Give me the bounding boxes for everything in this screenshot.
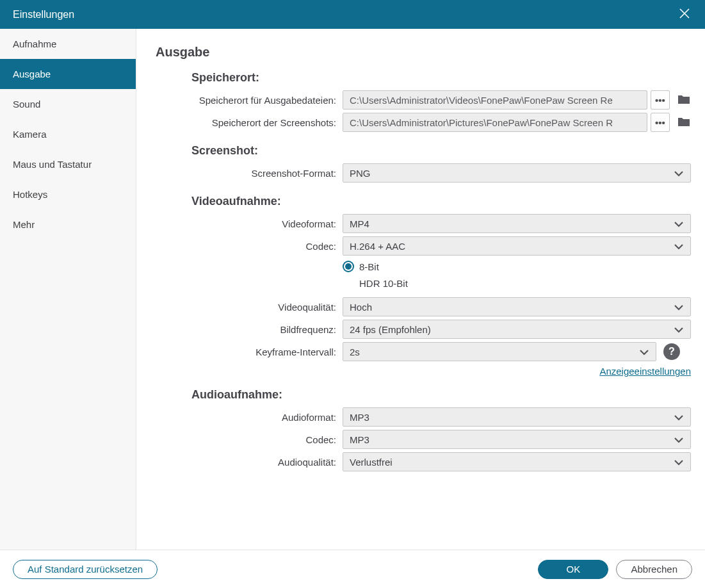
help-icon: ?	[669, 346, 675, 357]
sidebar-item-sound[interactable]: Sound	[0, 89, 136, 119]
keyframe-value: 2s	[350, 347, 639, 357]
output-path-label: Speicherort für Ausgabedateien:	[156, 95, 336, 106]
ok-label: OK	[567, 564, 581, 575]
footer: Auf Standard zurücksetzen OK Abbrechen	[0, 550, 705, 588]
keyframe-label: Keyframe-Intervall:	[156, 347, 336, 357]
screenshot-format-label: Screenshot-Format:	[156, 168, 336, 179]
sidebar-item-label: Kamera	[13, 129, 47, 140]
section-audio-header: Audioaufnahme:	[191, 388, 691, 402]
sidebar-item-label: Sound	[13, 99, 40, 110]
sidebar-item-label: Mehr	[13, 219, 35, 230]
sidebar-item-label: Ausgabe	[13, 69, 51, 79]
cancel-label: Abbrechen	[631, 564, 677, 575]
sidebar-item-label: Maus und Tastatur	[13, 159, 92, 170]
video-codec-label: Codec:	[156, 241, 336, 252]
chevron-down-icon	[674, 241, 684, 252]
keyframe-select[interactable]: 2s	[343, 342, 656, 361]
video-codec-select[interactable]: H.264 + AAC	[343, 236, 691, 256]
audio-format-label: Audioformat:	[156, 412, 336, 423]
screenshot-path-input[interactable]: C:\Users\Administrator\Pictures\FonePaw\…	[343, 113, 647, 132]
audio-quality-value: Verlustfrei	[350, 457, 674, 468]
audio-quality-label: Audioqualität:	[156, 457, 336, 468]
ok-button[interactable]: OK	[538, 560, 608, 579]
video-quality-value: Hoch	[350, 302, 674, 313]
chevron-down-icon	[674, 457, 684, 468]
sidebar-item-label: Aufnahme	[13, 38, 56, 49]
screenshot-path-browse-button[interactable]: •••	[651, 113, 670, 132]
audio-quality-select[interactable]: Verlustfrei	[343, 452, 691, 471]
cancel-button[interactable]: Abbrechen	[616, 560, 692, 579]
ellipsis-icon: •••	[655, 95, 665, 106]
chevron-down-icon	[674, 168, 684, 179]
audio-codec-value: MP3	[350, 434, 674, 445]
body: Aufnahme Ausgabe Sound Kamera Maus und T…	[0, 29, 705, 550]
page-title: Ausgabe	[156, 45, 691, 60]
chevron-down-icon	[639, 347, 649, 357]
ellipsis-icon: •••	[655, 117, 665, 128]
section-screenshot-header: Screenshot:	[191, 144, 691, 158]
display-settings-link[interactable]: Anzeigeeinstellungen	[599, 366, 691, 377]
section-video-header: Videoaufnahme:	[191, 195, 691, 208]
settings-window: Einstellungen Aufnahme Ausgabe Sound Kam…	[0, 0, 705, 588]
sidebar-item-aufnahme[interactable]: Aufnahme	[0, 29, 136, 59]
audio-codec-label: Codec:	[156, 434, 336, 445]
bit-depth-8bit-radio[interactable]	[343, 261, 354, 272]
section-speicherort-header: Speicherort:	[191, 71, 691, 85]
output-path-input[interactable]: C:\Users\Administrator\Videos\FonePaw\Fo…	[343, 90, 647, 110]
sidebar-item-kamera[interactable]: Kamera	[0, 119, 136, 149]
sidebar-item-mehr[interactable]: Mehr	[0, 209, 136, 240]
window-title: Einstellungen	[13, 9, 74, 20]
close-icon	[679, 8, 690, 21]
videoformat-label: Videoformat:	[156, 218, 336, 229]
folder-icon	[677, 94, 690, 106]
audio-format-select[interactable]: MP3	[343, 407, 691, 427]
video-quality-label: Videoqualität:	[156, 302, 336, 313]
chevron-down-icon	[674, 218, 684, 229]
audio-format-value: MP3	[350, 412, 674, 423]
screenshot-path-label: Speicherort der Screenshots:	[156, 117, 336, 128]
video-codec-value: H.264 + AAC	[350, 241, 674, 252]
screenshot-path-open-folder-button[interactable]	[677, 115, 691, 129]
titlebar: Einstellungen	[0, 0, 705, 29]
screenshot-path-value: C:\Users\Administrator\Pictures\FonePaw\…	[350, 117, 613, 128]
videoformat-value: MP4	[350, 218, 674, 229]
screenshot-format-select[interactable]: PNG	[343, 163, 691, 183]
chevron-down-icon	[674, 324, 684, 335]
chevron-down-icon	[674, 302, 684, 313]
chevron-down-icon	[674, 434, 684, 445]
content-panel[interactable]: Ausgabe Speicherort: Speicherort für Aus…	[136, 29, 705, 550]
fps-label: Bildfrequenz:	[156, 324, 336, 335]
output-path-browse-button[interactable]: •••	[651, 90, 670, 110]
bit-depth-hdr-label: HDR 10-Bit	[359, 278, 691, 289]
videoformat-select[interactable]: MP4	[343, 214, 691, 233]
screenshot-format-value: PNG	[350, 168, 674, 179]
fps-value: 24 fps (Empfohlen)	[350, 324, 674, 335]
keyframe-help-button[interactable]: ?	[663, 343, 680, 360]
sidebar-item-maus-tastatur[interactable]: Maus und Tastatur	[0, 149, 136, 179]
fps-select[interactable]: 24 fps (Empfohlen)	[343, 320, 691, 339]
sidebar-item-ausgabe[interactable]: Ausgabe	[0, 59, 136, 89]
sidebar-item-hotkeys[interactable]: Hotkeys	[0, 179, 136, 209]
reset-label: Auf Standard zurücksetzen	[28, 564, 143, 575]
video-quality-select[interactable]: Hoch	[343, 297, 691, 316]
folder-icon	[677, 117, 690, 129]
sidebar: Aufnahme Ausgabe Sound Kamera Maus und T…	[0, 29, 136, 550]
bit-depth-8bit-label: 8-Bit	[359, 261, 691, 272]
chevron-down-icon	[674, 412, 684, 423]
audio-codec-select[interactable]: MP3	[343, 430, 691, 449]
close-button[interactable]	[676, 6, 693, 24]
output-path-value: C:\Users\Administrator\Videos\FonePaw\Fo…	[350, 95, 613, 106]
output-path-open-folder-button[interactable]	[677, 93, 691, 107]
sidebar-item-label: Hotkeys	[13, 189, 47, 200]
reset-to-default-button[interactable]: Auf Standard zurücksetzen	[13, 560, 158, 579]
